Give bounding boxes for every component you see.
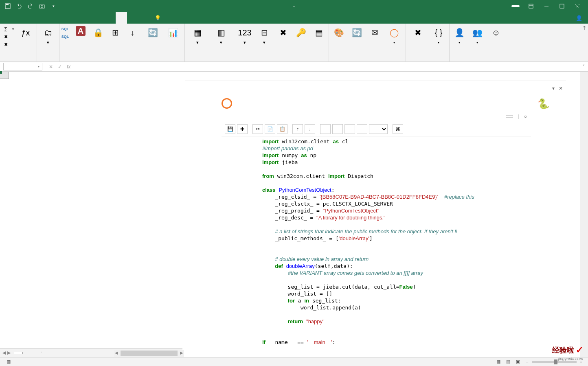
cut-button[interactable]: ✂ (252, 124, 263, 134)
json-button[interactable]: { }▾ (430, 25, 447, 45)
tab-home[interactable] (13, 12, 24, 24)
pane-close-icon[interactable]: ✕ (559, 85, 563, 91)
func-redefine-button[interactable]: ƒx (17, 25, 34, 40)
data-split-button[interactable]: ⊞ (108, 25, 122, 40)
kernel-indicator[interactable]: ○ (524, 114, 527, 119)
formula-bar: ▾ ✕ ✓ fx ˅ (0, 62, 588, 72)
vertical-scrollbar[interactable] (580, 72, 588, 357)
clear-invisible-button[interactable]: ✖ (408, 25, 427, 40)
register-button[interactable]: 👤▾ (452, 25, 467, 45)
camera-icon[interactable] (37, 2, 46, 11)
tab-file[interactable] (2, 12, 13, 24)
num-display-button[interactable]: 123 ▾ (237, 25, 253, 45)
merge-fill-button[interactable]: ⊟ ▾ (256, 25, 272, 45)
expand-formula-icon[interactable]: ˅ (582, 64, 588, 70)
table-show-hide-button[interactable]: ▦ ▾ (187, 25, 208, 45)
share-button[interactable]: 👤 (576, 12, 588, 24)
clear-cache-button[interactable]: 🔄 (145, 25, 161, 40)
next-sheet-icon[interactable]: ▶ (7, 350, 11, 355)
svg-rect-4 (529, 4, 533, 8)
rotate-manage-button[interactable]: 🔄 (349, 25, 364, 40)
tab-review[interactable] (70, 12, 81, 24)
page-break-button[interactable]: ▣ (513, 358, 522, 366)
study-button[interactable]: ☺ (488, 25, 504, 40)
same-data-button[interactable]: ▤ (312, 25, 326, 40)
group-label-format (237, 60, 326, 61)
pane-dropdown-icon[interactable]: ▾ (552, 85, 555, 91)
command-palette-button[interactable]: ⌘ (393, 124, 403, 134)
restart-run-all-button[interactable] (357, 124, 367, 134)
formula-input[interactable] (73, 63, 582, 70)
tab-formula[interactable] (47, 12, 59, 24)
tutorial-button[interactable]: 👥▾ (470, 25, 485, 45)
stop-button[interactable] (332, 124, 343, 134)
maximize-button[interactable] (555, 0, 569, 12)
cell-type-select[interactable] (369, 124, 388, 134)
file-manage-button[interactable]: 🗂 ▾ (39, 25, 57, 45)
fx-icon[interactable]: fx (67, 64, 70, 70)
data-encrypt-button[interactable]: 🔒 (91, 25, 105, 40)
tab-data[interactable] (59, 12, 70, 24)
keyword-format-button[interactable]: 🔑 (294, 25, 308, 40)
macro-record-icon[interactable]: ▥ (7, 359, 11, 364)
move-down-button[interactable]: ↓ (305, 124, 315, 134)
sql-batch-button[interactable]: SQL (62, 33, 70, 40)
code-cell[interactable]: import win32com.client as cl #import pan… (222, 136, 531, 346)
login-button[interactable] (511, 5, 520, 7)
restart-button[interactable] (344, 124, 355, 134)
horizontal-scrollbar[interactable]: ◀ ▶ (114, 350, 184, 357)
tab-efunction[interactable] (116, 12, 127, 24)
confirm-formula-icon[interactable]: ✓ (58, 64, 62, 70)
select-all-corner[interactable] (0, 72, 9, 79)
tab-insert[interactable] (24, 12, 36, 24)
jupyter-logo[interactable] (222, 98, 235, 109)
array-formula-button[interactable]: ∑ ▾ (2, 25, 14, 33)
cancel-formula-icon[interactable]: ✕ (49, 64, 53, 70)
clear-workbook-formula-button[interactable]: ✖ (2, 33, 14, 40)
save-button[interactable]: 💾 (225, 124, 235, 134)
clear-comment-button[interactable]: ✖ (276, 25, 290, 40)
rowcol-show-hide-button[interactable]: ▥ ▾ (211, 25, 231, 45)
sql-script-button[interactable]: SQL (62, 25, 70, 33)
dropdown-icon[interactable]: ▾ (38, 65, 39, 68)
save-icon[interactable] (3, 2, 12, 11)
undo-icon[interactable] (15, 2, 24, 11)
collapse-ribbon-icon[interactable]: ⤒ (582, 25, 586, 31)
close-button[interactable] (570, 0, 585, 12)
qat-more-icon[interactable]: ▾ (49, 2, 58, 11)
prev-sheet-icon[interactable]: ◀ (2, 350, 6, 355)
paste-button[interactable]: 📋 (277, 124, 287, 134)
tab-page-layout[interactable] (36, 12, 47, 24)
mail-manage-button[interactable]: ✉ (367, 25, 382, 40)
export-table-button[interactable]: ↓ (125, 25, 139, 40)
normal-view-button[interactable]: ▦ (494, 358, 503, 366)
jupyter-button[interactable]: ◯▾ (385, 25, 403, 45)
jupyter-icon (222, 98, 232, 109)
zoom-slider[interactable] (532, 361, 577, 363)
clear-batch-formula-button[interactable]: ✖ (2, 41, 14, 48)
add-cell-button[interactable]: ✚ (237, 124, 248, 134)
simple-match-button[interactable]: 📊 (164, 25, 182, 40)
ribbon-options-icon[interactable] (524, 0, 538, 12)
move-up-button[interactable]: ↑ (292, 124, 303, 134)
tab-xlwings[interactable] (138, 12, 150, 24)
run-button[interactable] (320, 124, 331, 134)
sheet-tab-1[interactable] (14, 352, 23, 354)
zoom-out-button[interactable]: − (526, 359, 528, 364)
colorer-button[interactable]: 🎨 (331, 25, 346, 40)
tab-view[interactable] (81, 12, 93, 24)
tab-developer[interactable] (93, 12, 104, 24)
redo-icon[interactable] (26, 2, 35, 11)
name-box[interactable]: ▾ (3, 63, 42, 70)
copy-button[interactable]: 📄 (265, 124, 275, 134)
db-manage-button[interactable]: A (73, 25, 88, 37)
tab-team[interactable] (127, 12, 138, 24)
tell-me-search[interactable]: 💡 (150, 12, 163, 24)
trust-button[interactable] (506, 115, 513, 118)
tab-help[interactable] (104, 12, 116, 24)
match-icon: 📊 (167, 26, 180, 39)
page-layout-button[interactable]: ▤ (504, 358, 513, 366)
minimize-button[interactable] (539, 0, 554, 12)
sheet-tab-2[interactable] (23, 352, 32, 354)
group-label-report (331, 60, 403, 61)
